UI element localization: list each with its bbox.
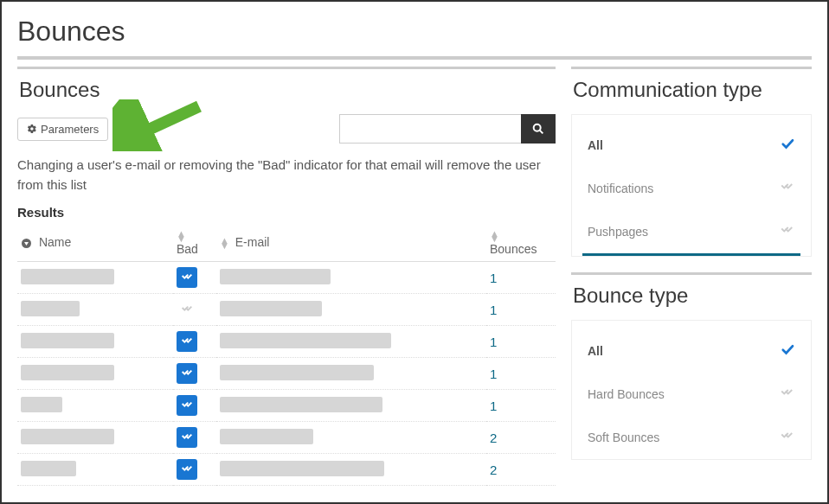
name-placeholder	[21, 429, 114, 444]
filter-label: Soft Bounces	[588, 431, 659, 444]
filter-label: All	[588, 344, 603, 358]
communication-type-title: Communication type	[571, 74, 812, 114]
name-placeholder	[21, 461, 76, 476]
parameters-label: Parameters	[41, 123, 99, 136]
bounce-type-item[interactable]: Hard Bounces	[572, 373, 811, 416]
check-icon	[780, 385, 795, 404]
bounces-link[interactable]: 1	[490, 399, 497, 413]
table-row: 2	[17, 454, 556, 486]
search-button[interactable]	[521, 114, 556, 144]
bad-toggle[interactable]	[177, 395, 197, 416]
communication-type-item[interactable]: All	[572, 124, 811, 167]
sort-icon: ▲▼	[177, 231, 186, 242]
table-row: 1	[17, 262, 556, 294]
indicator-icon	[21, 238, 32, 249]
communication-type-panel: Communication type AllNotificationsPushp…	[571, 67, 812, 257]
bounces-link[interactable]: 1	[490, 367, 497, 381]
bounces-link[interactable]: 1	[490, 271, 497, 285]
parameters-button[interactable]: Parameters	[17, 118, 108, 141]
bad-toggle[interactable]	[177, 331, 197, 352]
name-placeholder	[21, 333, 114, 348]
check-icon	[780, 222, 795, 241]
bad-toggle[interactable]	[177, 267, 197, 288]
col-name-header[interactable]: Name	[17, 223, 173, 262]
col-bad-label: Bad	[177, 242, 198, 256]
email-placeholder	[220, 301, 322, 316]
bounce-type-item[interactable]: All	[572, 329, 811, 373]
communication-type-item[interactable]: Notifications	[572, 167, 811, 210]
col-name-label: Name	[39, 235, 71, 249]
divider	[17, 56, 812, 60]
check-icon	[780, 136, 795, 155]
table-row: 1	[17, 358, 556, 390]
page-title: Bounces	[2, 2, 827, 56]
sort-icon: ▲▼	[490, 231, 499, 242]
bounces-link[interactable]: 1	[490, 335, 497, 349]
col-bounces-label: Bounces	[490, 242, 537, 256]
svg-point-0	[534, 124, 541, 131]
check-icon	[780, 179, 795, 198]
bad-toggle[interactable]	[177, 299, 197, 320]
sort-icon: ▲▼	[220, 238, 229, 249]
col-email-label: E-mail	[235, 235, 270, 249]
results-table: Name ▲▼ Bad ▲▼ E-mail ▲▼ Bounces	[17, 223, 556, 486]
name-placeholder	[21, 269, 114, 284]
name-placeholder	[21, 365, 114, 380]
bounce-type-title: Bounce type	[571, 280, 812, 320]
filter-label: Hard Bounces	[588, 387, 665, 401]
bounces-link[interactable]: 2	[490, 431, 497, 445]
table-row: 1	[17, 294, 556, 326]
gear-icon	[27, 124, 37, 134]
email-placeholder	[220, 269, 331, 284]
card-underline	[582, 253, 800, 256]
bad-toggle[interactable]	[177, 459, 197, 480]
check-icon	[780, 341, 795, 360]
filter-label: Pushpages	[588, 225, 648, 239]
bounce-type-item[interactable]: Soft Bounces	[572, 416, 811, 459]
check-icon	[780, 428, 795, 447]
search-icon	[531, 122, 545, 136]
table-row: 1	[17, 390, 556, 422]
bounces-link[interactable]: 1	[490, 303, 497, 317]
bounces-link[interactable]: 2	[490, 463, 497, 477]
email-placeholder	[220, 461, 384, 476]
name-placeholder	[21, 301, 80, 316]
filter-label: Notifications	[588, 182, 653, 195]
email-placeholder	[220, 397, 382, 412]
table-row: 1	[17, 326, 556, 358]
email-placeholder	[220, 429, 313, 444]
main-panel-title: Bounces	[17, 74, 556, 114]
col-bad-header[interactable]: ▲▼ Bad	[173, 223, 216, 262]
communication-type-item[interactable]: Pushpages	[572, 210, 811, 253]
bad-toggle[interactable]	[177, 427, 197, 448]
bad-toggle[interactable]	[177, 363, 197, 384]
svg-line-1	[540, 131, 543, 134]
email-placeholder	[220, 365, 374, 380]
name-placeholder	[21, 397, 62, 412]
email-placeholder	[220, 333, 391, 348]
help-text: Changing a user's e-mail or removing the…	[17, 156, 556, 195]
table-row: 2	[17, 422, 556, 454]
search-input[interactable]	[339, 114, 521, 144]
bounce-type-panel: Bounce type AllHard BouncesSoft Bounces	[571, 272, 812, 460]
filter-label: All	[588, 138, 603, 152]
search-group	[339, 114, 556, 144]
col-bounces-header[interactable]: ▲▼ Bounces	[486, 223, 556, 262]
results-label: Results	[17, 205, 556, 220]
col-email-header[interactable]: ▲▼ E-mail	[216, 223, 486, 262]
